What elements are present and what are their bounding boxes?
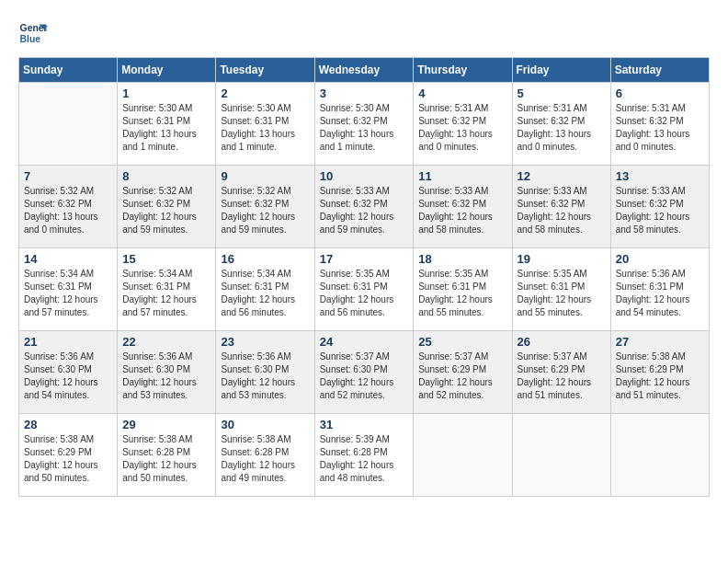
day-number: 9	[221, 169, 309, 183]
calendar-cell	[414, 414, 512, 497]
day-number: 25	[418, 335, 506, 349]
day-number: 23	[221, 335, 309, 349]
day-info: Sunrise: 5:33 AM Sunset: 6:32 PM Dayligh…	[616, 185, 704, 236]
day-info: Sunrise: 5:38 AM Sunset: 6:28 PM Dayligh…	[221, 433, 309, 485]
day-info: Sunrise: 5:32 AM Sunset: 6:32 PM Dayligh…	[24, 185, 112, 236]
calendar-cell: 24Sunrise: 5:37 AM Sunset: 6:30 PM Dayli…	[314, 331, 414, 414]
calendar-cell: 11Sunrise: 5:33 AM Sunset: 6:32 PM Dayli…	[414, 166, 512, 248]
calendar-cell: 10Sunrise: 5:33 AM Sunset: 6:32 PM Dayli…	[314, 166, 414, 248]
calendar-cell	[512, 414, 610, 497]
calendar-week-5: 28Sunrise: 5:38 AM Sunset: 6:29 PM Dayli…	[19, 414, 710, 497]
day-number: 14	[24, 252, 112, 266]
day-info: Sunrise: 5:30 AM Sunset: 6:32 PM Dayligh…	[320, 102, 409, 154]
calendar-header-row: SundayMondayTuesdayWednesdayThursdayFrid…	[19, 58, 710, 83]
day-header-tuesday: Tuesday	[216, 58, 314, 83]
day-info: Sunrise: 5:38 AM Sunset: 6:29 PM Dayligh…	[24, 433, 112, 485]
day-number: 31	[320, 418, 409, 431]
calendar-cell: 18Sunrise: 5:35 AM Sunset: 6:31 PM Dayli…	[414, 248, 512, 331]
day-number: 2	[221, 86, 309, 100]
calendar-cell: 15Sunrise: 5:34 AM Sunset: 6:31 PM Dayli…	[118, 248, 216, 331]
day-info: Sunrise: 5:36 AM Sunset: 6:30 PM Dayligh…	[122, 350, 210, 402]
calendar-week-3: 14Sunrise: 5:34 AM Sunset: 6:31 PM Dayli…	[19, 248, 710, 331]
calendar-week-1: 1Sunrise: 5:30 AM Sunset: 6:31 PM Daylig…	[19, 83, 710, 166]
day-number: 29	[122, 418, 210, 431]
day-number: 24	[320, 335, 409, 349]
day-info: Sunrise: 5:39 AM Sunset: 6:28 PM Dayligh…	[320, 433, 409, 485]
calendar-cell: 7Sunrise: 5:32 AM Sunset: 6:32 PM Daylig…	[19, 166, 118, 248]
day-number: 1	[122, 86, 210, 100]
day-number: 19	[518, 252, 606, 266]
day-number: 22	[122, 335, 210, 349]
day-info: Sunrise: 5:38 AM Sunset: 6:29 PM Dayligh…	[616, 350, 704, 402]
day-number: 10	[320, 169, 409, 183]
day-info: Sunrise: 5:30 AM Sunset: 6:31 PM Dayligh…	[122, 102, 210, 154]
day-info: Sunrise: 5:32 AM Sunset: 6:32 PM Dayligh…	[221, 185, 309, 236]
day-number: 28	[24, 418, 112, 431]
day-info: Sunrise: 5:31 AM Sunset: 6:32 PM Dayligh…	[616, 102, 704, 154]
day-info: Sunrise: 5:33 AM Sunset: 6:32 PM Dayligh…	[418, 185, 506, 236]
day-info: Sunrise: 5:34 AM Sunset: 6:31 PM Dayligh…	[122, 268, 210, 319]
calendar-cell: 13Sunrise: 5:33 AM Sunset: 6:32 PM Dayli…	[610, 166, 709, 248]
calendar-cell: 14Sunrise: 5:34 AM Sunset: 6:31 PM Dayli…	[19, 248, 118, 331]
day-info: Sunrise: 5:32 AM Sunset: 6:32 PM Dayligh…	[122, 185, 210, 236]
day-info: Sunrise: 5:36 AM Sunset: 6:31 PM Dayligh…	[616, 268, 704, 319]
calendar-cell: 25Sunrise: 5:37 AM Sunset: 6:29 PM Dayli…	[414, 331, 512, 414]
calendar-cell: 26Sunrise: 5:37 AM Sunset: 6:29 PM Dayli…	[512, 331, 610, 414]
day-number: 11	[418, 169, 506, 183]
calendar-cell: 31Sunrise: 5:39 AM Sunset: 6:28 PM Dayli…	[314, 414, 414, 497]
calendar-cell: 9Sunrise: 5:32 AM Sunset: 6:32 PM Daylig…	[216, 166, 314, 248]
day-info: Sunrise: 5:31 AM Sunset: 6:32 PM Dayligh…	[418, 102, 506, 154]
day-number: 3	[320, 86, 409, 100]
calendar-cell: 28Sunrise: 5:38 AM Sunset: 6:29 PM Dayli…	[19, 414, 118, 497]
day-number: 15	[122, 252, 210, 266]
day-info: Sunrise: 5:35 AM Sunset: 6:31 PM Dayligh…	[518, 268, 606, 319]
day-info: Sunrise: 5:34 AM Sunset: 6:31 PM Dayligh…	[221, 268, 309, 319]
day-header-saturday: Saturday	[610, 58, 709, 83]
calendar-cell: 2Sunrise: 5:30 AM Sunset: 6:31 PM Daylig…	[216, 83, 314, 166]
calendar-cell: 30Sunrise: 5:38 AM Sunset: 6:28 PM Dayli…	[216, 414, 314, 497]
calendar-cell: 20Sunrise: 5:36 AM Sunset: 6:31 PM Dayli…	[610, 248, 709, 331]
day-number: 16	[221, 252, 309, 266]
calendar-cell: 8Sunrise: 5:32 AM Sunset: 6:32 PM Daylig…	[118, 166, 216, 248]
day-number: 13	[616, 169, 704, 183]
svg-text:Blue: Blue	[20, 34, 41, 44]
day-number: 21	[24, 335, 112, 349]
day-info: Sunrise: 5:34 AM Sunset: 6:31 PM Dayligh…	[24, 268, 112, 319]
calendar-cell: 27Sunrise: 5:38 AM Sunset: 6:29 PM Dayli…	[610, 331, 709, 414]
day-number: 26	[518, 335, 606, 349]
day-number: 17	[320, 252, 409, 266]
day-header-wednesday: Wednesday	[314, 58, 414, 83]
calendar-cell: 23Sunrise: 5:36 AM Sunset: 6:30 PM Dayli…	[216, 331, 314, 414]
calendar-cell: 21Sunrise: 5:36 AM Sunset: 6:30 PM Dayli…	[19, 331, 118, 414]
day-number: 7	[24, 169, 112, 183]
day-info: Sunrise: 5:33 AM Sunset: 6:32 PM Dayligh…	[518, 185, 606, 236]
day-number: 12	[518, 169, 606, 183]
day-info: Sunrise: 5:33 AM Sunset: 6:32 PM Dayligh…	[320, 185, 409, 236]
day-info: Sunrise: 5:36 AM Sunset: 6:30 PM Dayligh…	[24, 350, 112, 402]
calendar-cell: 29Sunrise: 5:38 AM Sunset: 6:28 PM Dayli…	[118, 414, 216, 497]
calendar-cell	[610, 414, 709, 497]
logo: General Blue	[18, 18, 51, 48]
day-info: Sunrise: 5:38 AM Sunset: 6:28 PM Dayligh…	[122, 433, 210, 485]
calendar-cell	[19, 83, 118, 166]
calendar-cell: 16Sunrise: 5:34 AM Sunset: 6:31 PM Dayli…	[216, 248, 314, 331]
day-number: 8	[122, 169, 210, 183]
calendar-table: SundayMondayTuesdayWednesdayThursdayFrid…	[18, 57, 710, 497]
day-info: Sunrise: 5:31 AM Sunset: 6:32 PM Dayligh…	[518, 102, 606, 154]
day-number: 30	[221, 418, 309, 431]
day-header-monday: Monday	[118, 58, 216, 83]
day-number: 6	[616, 86, 704, 100]
day-info: Sunrise: 5:37 AM Sunset: 6:29 PM Dayligh…	[518, 350, 606, 402]
calendar-week-4: 21Sunrise: 5:36 AM Sunset: 6:30 PM Dayli…	[19, 331, 710, 414]
day-info: Sunrise: 5:37 AM Sunset: 6:30 PM Dayligh…	[320, 350, 409, 402]
day-number: 18	[418, 252, 506, 266]
calendar-cell: 17Sunrise: 5:35 AM Sunset: 6:31 PM Dayli…	[314, 248, 414, 331]
calendar-cell: 19Sunrise: 5:35 AM Sunset: 6:31 PM Dayli…	[512, 248, 610, 331]
day-header-sunday: Sunday	[19, 58, 118, 83]
calendar-cell: 22Sunrise: 5:36 AM Sunset: 6:30 PM Dayli…	[118, 331, 216, 414]
day-number: 5	[518, 86, 606, 100]
day-info: Sunrise: 5:37 AM Sunset: 6:29 PM Dayligh…	[418, 350, 506, 402]
day-number: 20	[616, 252, 704, 266]
calendar-cell: 3Sunrise: 5:30 AM Sunset: 6:32 PM Daylig…	[314, 83, 414, 166]
calendar-cell: 1Sunrise: 5:30 AM Sunset: 6:31 PM Daylig…	[118, 83, 216, 166]
